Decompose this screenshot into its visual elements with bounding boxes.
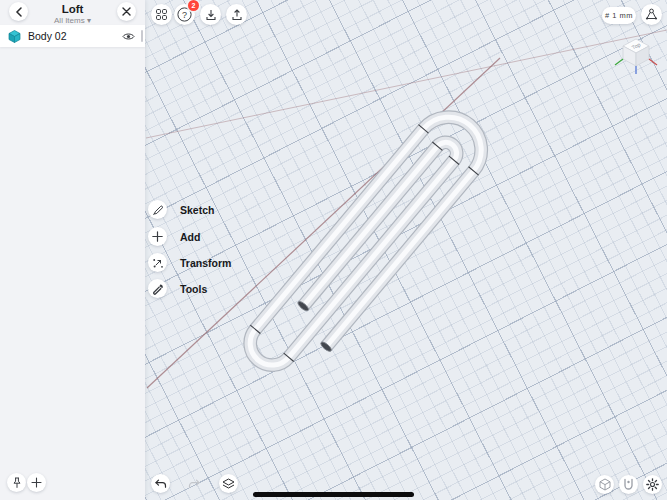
body-02-model[interactable] xyxy=(236,100,499,393)
axis-y-green xyxy=(615,59,623,65)
redo-button[interactable] xyxy=(184,474,203,493)
touch-input-button[interactable] xyxy=(619,475,638,494)
grid-snap-pill[interactable]: # 1 mm xyxy=(602,7,636,24)
add-item-button[interactable] xyxy=(27,473,46,492)
body-item-label: Body 02 xyxy=(28,30,122,42)
items-panel: Loft All Items ▾ Body 02 xyxy=(0,0,145,500)
menu-item-sketch[interactable]: Sketch xyxy=(148,200,214,219)
items-panel-header: Loft All Items ▾ xyxy=(0,0,145,25)
view-mode-button[interactable] xyxy=(595,475,614,494)
redo-arrow-icon xyxy=(188,479,200,489)
plus-icon xyxy=(31,477,42,488)
box-3d-icon xyxy=(599,478,611,491)
sketch-pencil-icon xyxy=(152,204,163,215)
orientation-button[interactable] xyxy=(641,4,662,25)
add-plus-icon xyxy=(152,231,163,242)
scroll-indicator xyxy=(141,30,143,42)
visibility-eye-icon[interactable] xyxy=(122,32,135,41)
close-panel-button[interactable] xyxy=(117,2,136,21)
import-icon xyxy=(205,9,217,21)
caret-down-icon: ▾ xyxy=(87,16,91,25)
share-export-icon xyxy=(231,9,243,21)
menu-item-tools[interactable]: Tools xyxy=(148,279,207,298)
body-list-item[interactable]: Body 02 xyxy=(0,25,145,47)
menu-item-transform[interactable]: Transform xyxy=(148,253,231,272)
pin-panel-button[interactable] xyxy=(7,473,26,492)
settings-button[interactable] xyxy=(643,475,662,494)
menu-item-add[interactable]: Add xyxy=(148,227,200,246)
projects-grid-button[interactable] xyxy=(151,4,172,25)
paperclip-tube-highlight xyxy=(241,104,494,388)
axis-x-red xyxy=(649,59,657,65)
pin-icon xyxy=(12,477,22,489)
undo-arrow-icon xyxy=(155,479,167,489)
grid-icon xyxy=(156,9,167,20)
svg-text:?: ? xyxy=(182,10,187,20)
axis-line-steep xyxy=(147,58,500,388)
share-button[interactable] xyxy=(226,4,247,25)
touch-input-icon xyxy=(623,478,634,491)
help-badge: 2 xyxy=(188,0,199,11)
axis-line-shallow xyxy=(146,30,667,138)
import-button[interactable] xyxy=(200,4,221,25)
undo-button[interactable] xyxy=(151,474,170,493)
home-indicator[interactable] xyxy=(253,492,414,497)
orientation-gizmo-icon xyxy=(645,8,658,21)
layers-icon xyxy=(222,478,235,490)
view-cube[interactable]: Top xyxy=(614,36,658,80)
body-cube-icon xyxy=(8,30,21,43)
gear-icon xyxy=(646,478,659,491)
transform-arrows-icon xyxy=(152,257,164,269)
isometric-layers-button[interactable] xyxy=(219,474,238,493)
close-icon xyxy=(122,7,131,16)
tools-wrench-icon xyxy=(152,283,164,295)
